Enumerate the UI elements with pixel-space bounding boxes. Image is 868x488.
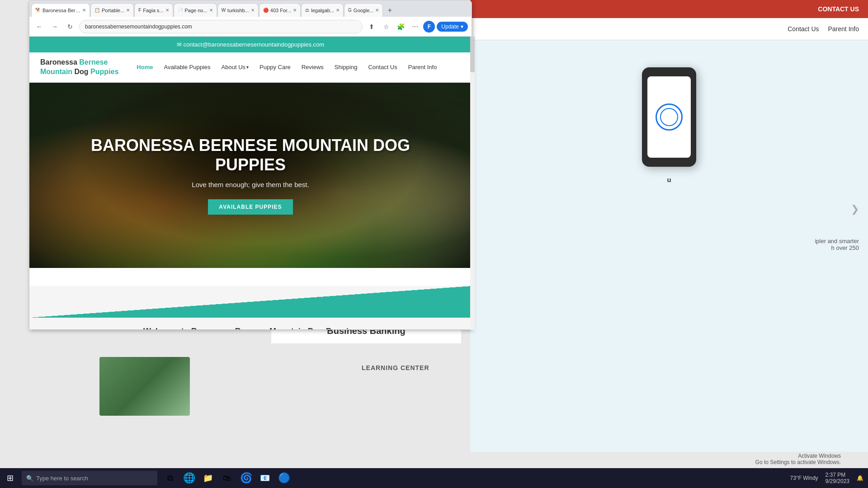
date-display: 9/29/2023 bbox=[826, 478, 849, 484]
welcome-title: Welcome to Baronessa Bernese Mountain Do… bbox=[143, 327, 358, 329]
nav-links: Home Available Puppies About Us ▾ Puppy … bbox=[137, 64, 437, 70]
tab-baronessa[interactable]: 🐕 Baronessa Bernese Mountain Do... ✕ bbox=[31, 3, 90, 17]
taskbar-task-view[interactable]: ⧉ bbox=[161, 469, 179, 487]
tab-close-3[interactable]: ✕ bbox=[165, 8, 169, 13]
taskbar-store[interactable]: 🛍 bbox=[218, 469, 236, 487]
tab-favicon-6: 🔴 bbox=[263, 8, 269, 13]
tab-title-1: Baronessa Bernese Mountain Do... bbox=[42, 8, 80, 13]
right-panel: CONTACT US Contact Us Parent Info ❯ u ip… bbox=[470, 0, 868, 452]
tab-close-7[interactable]: ✕ bbox=[336, 8, 340, 13]
logo-baronessa: Baronessa bbox=[40, 58, 79, 66]
email-bar: ✉ contact@baronessabernesemountaindogpup… bbox=[29, 37, 472, 52]
contact-email: contact@baronessabernesemountaindogpuppi… bbox=[183, 41, 324, 48]
nav-about-us[interactable]: About Us ▾ bbox=[222, 64, 249, 70]
activate-windows-notice: Activate Windows Go to Settings to activ… bbox=[755, 453, 841, 465]
profile-avatar[interactable]: F bbox=[423, 21, 435, 33]
tab-title-4: Page no... bbox=[185, 8, 208, 13]
settings-icon[interactable]: ⋯ bbox=[409, 20, 421, 33]
hero-content: BARONESSA BERNESE MOUNTAIN DOG PUPPIES L… bbox=[91, 136, 410, 215]
taskbar-mail[interactable]: 📧 bbox=[256, 469, 274, 487]
right-panel-chevron[interactable]: ❯ bbox=[851, 203, 859, 215]
taskbar-edge[interactable]: 🌀 bbox=[237, 469, 255, 487]
tab-favicon-2: 📋 bbox=[94, 8, 100, 13]
simpler-text: ipler and smarter h over 250 bbox=[815, 238, 859, 251]
body-text: u bbox=[667, 176, 671, 183]
back-button[interactable]: ← bbox=[33, 20, 46, 33]
welcome-content: Welcome to Baronessa Bernese Mountain Do… bbox=[29, 318, 472, 329]
fingerprint-inner-ring bbox=[660, 108, 678, 126]
refresh-button[interactable]: ↻ bbox=[64, 20, 76, 33]
bookmark-icon[interactable]: ☆ bbox=[380, 20, 392, 33]
tab-close-5[interactable]: ✕ bbox=[251, 8, 255, 13]
address-input[interactable] bbox=[79, 20, 363, 33]
welcome-section: Welcome to Baronessa Bernese Mountain Do… bbox=[29, 268, 472, 329]
start-button[interactable]: ⊞ bbox=[0, 468, 20, 488]
tab-close-2[interactable]: ✕ bbox=[126, 8, 130, 13]
right-panel-header: CONTACT US bbox=[470, 0, 868, 18]
taskbar-search-placeholder: Type here to search bbox=[36, 475, 88, 482]
taskbar-search-bar[interactable]: 🔍 Type here to search bbox=[22, 471, 157, 485]
search-icon: 🔍 bbox=[26, 475, 33, 482]
tab-google[interactable]: G Google... ✕ bbox=[344, 3, 383, 17]
notification-icon[interactable]: 🔔 bbox=[857, 475, 863, 481]
new-tab-button[interactable]: + bbox=[383, 4, 396, 17]
toolbar-icons: ⬆ ☆ 🧩 ⋯ F Update ▾ bbox=[365, 20, 468, 33]
welcome-top-space bbox=[29, 268, 472, 286]
tab-turkish[interactable]: W turkishb... ✕ bbox=[217, 3, 259, 17]
tab-title-6: 403 For... bbox=[270, 8, 291, 13]
nav-contact-us[interactable]: Contact Us bbox=[368, 64, 397, 70]
address-bar: ← → ↻ ⬆ ☆ 🧩 ⋯ F Update ▾ bbox=[29, 17, 472, 37]
tab-close-8[interactable]: ✕ bbox=[375, 8, 379, 13]
taskbar-chrome-2[interactable]: 🔵 bbox=[275, 469, 293, 487]
activate-windows-title: Activate Windows bbox=[755, 453, 841, 459]
nav-available-puppies[interactable]: Available Puppies bbox=[164, 64, 210, 70]
tab-title-3: Fagia s... bbox=[143, 8, 163, 13]
taskbar-file-explorer[interactable]: 📁 bbox=[199, 469, 217, 487]
taskbar: ⊞ 🔍 Type here to search ⧉ 🌐 📁 🛍 🌀 📧 🔵 73… bbox=[0, 468, 868, 488]
update-button[interactable]: Update ▾ bbox=[437, 22, 468, 32]
nav-reviews[interactable]: Reviews bbox=[302, 64, 324, 70]
extensions-icon[interactable]: 🧩 bbox=[394, 20, 407, 33]
logo-bernese: Bernese bbox=[79, 58, 108, 66]
taskbar-right: 73°F Windy 2:37 PM 9/29/2023 🔔 bbox=[790, 472, 868, 484]
contact-us-label: CONTACT US bbox=[818, 5, 859, 13]
tab-title-7: legalgab... bbox=[311, 8, 334, 13]
hero-title: BARONESSA BERNESE MOUNTAIN DOG PUPPIES bbox=[91, 136, 410, 174]
update-label: Update bbox=[441, 23, 459, 30]
about-us-dropdown-icon: ▾ bbox=[246, 65, 249, 70]
browser-scrollbar-thumb[interactable] bbox=[470, 36, 475, 72]
hero-section: BARONESSA BERNESE MOUNTAIN DOG PUPPIES L… bbox=[29, 83, 472, 268]
tab-bar: 🐕 Baronessa Bernese Mountain Do... ✕ 📋 P… bbox=[29, 0, 472, 17]
taskbar-chrome[interactable]: 🌐 bbox=[180, 469, 198, 487]
tab-title-8: Google... bbox=[354, 8, 374, 13]
tab-close-1[interactable]: ✕ bbox=[82, 8, 86, 13]
learning-center-label: LEARNING CENTER bbox=[362, 364, 461, 371]
contact-us-nav-item[interactable]: Contact Us bbox=[788, 25, 819, 33]
nav-puppy-care[interactable]: Puppy Care bbox=[259, 64, 291, 70]
logo-puppies: Puppies bbox=[90, 68, 118, 75]
tab-403[interactable]: 🔴 403 For... ✕ bbox=[259, 3, 301, 17]
weather-info: 73°F Windy bbox=[790, 475, 818, 481]
simpler-line1: ipler and smarter bbox=[815, 238, 859, 244]
activate-windows-subtitle: Go to Settings to activate Windows. bbox=[755, 459, 841, 465]
forward-button[interactable]: → bbox=[48, 20, 61, 33]
tab-close-6[interactable]: ✕ bbox=[293, 8, 297, 13]
tab-portable[interactable]: 📋 Portable... ✕ bbox=[90, 3, 134, 17]
tab-page[interactable]: 📄 Page no... ✕ bbox=[174, 3, 217, 17]
browser-scrollbar-track[interactable] bbox=[470, 36, 475, 330]
taskbar-app-icons: ⧉ 🌐 📁 🛍 🌀 📧 🔵 bbox=[161, 469, 293, 487]
hero-title-line1: BARONESSA BERNESE MOUNTAIN DOG bbox=[91, 136, 410, 155]
nav-shipping[interactable]: Shipping bbox=[335, 64, 358, 70]
share-icon[interactable]: ⬆ bbox=[365, 20, 378, 33]
nav-home[interactable]: Home bbox=[137, 64, 153, 70]
tab-fagia[interactable]: F Fagia s... ✕ bbox=[134, 3, 173, 17]
tab-close-4[interactable]: ✕ bbox=[209, 8, 213, 13]
tab-favicon-5: W bbox=[222, 8, 226, 13]
logo-mountain: Mountain bbox=[40, 68, 72, 75]
parent-info-nav-item[interactable]: Parent Info bbox=[828, 25, 859, 33]
phone-screen bbox=[647, 76, 691, 158]
tab-favicon-8: G bbox=[348, 8, 352, 13]
available-puppies-button[interactable]: AVAILABLE PUPPIES bbox=[208, 199, 292, 215]
tab-legal[interactable]: ⚖ legalgab... ✕ bbox=[301, 3, 344, 17]
nav-parent-info[interactable]: Parent Info bbox=[408, 64, 437, 70]
